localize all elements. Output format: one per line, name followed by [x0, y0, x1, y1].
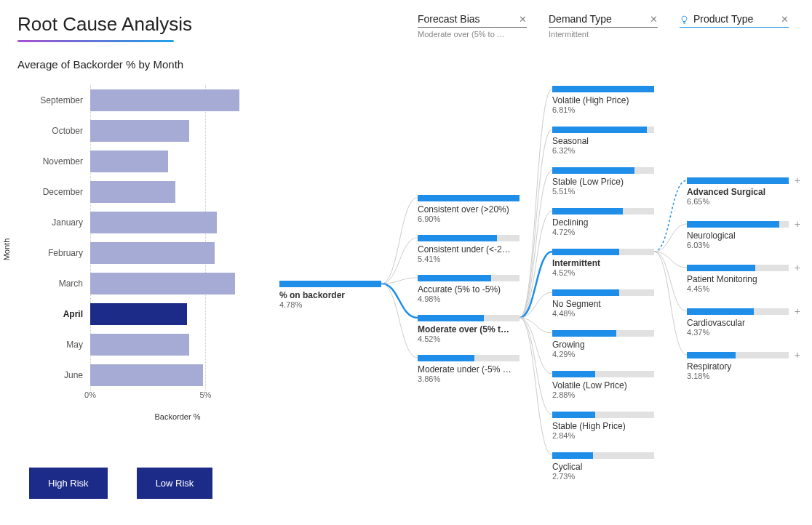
tree-node[interactable]: Advanced Surgical6.65%+: [687, 177, 789, 206]
bar-row[interactable]: May: [17, 329, 265, 360]
node-label: Patient Monitoring: [687, 274, 789, 284]
close-icon[interactable]: ✕: [519, 14, 527, 25]
crumb-title: Demand Type: [549, 13, 645, 25]
node-value: 6.03%: [687, 241, 789, 249]
bar-row[interactable]: December: [17, 177, 265, 207]
chart-subtitle: Average of Backorder % by Month: [17, 58, 265, 71]
node-label: Consistent over (>20%): [418, 204, 520, 215]
page-title: Root Cause Analysis: [17, 13, 265, 36]
expand-icon[interactable]: +: [795, 262, 800, 273]
bar-row[interactable]: April: [17, 299, 265, 329]
node-value: 2.73%: [552, 472, 654, 481]
node-value: 2.88%: [552, 390, 654, 399]
bar-row[interactable]: January: [17, 207, 265, 238]
tree-node[interactable]: Moderate over (5% t…4.52%: [418, 315, 520, 343]
bar-row[interactable]: September: [17, 85, 265, 116]
crumb-demand-type[interactable]: Demand Type ✕ Intermittent: [549, 13, 658, 39]
expand-icon[interactable]: +: [795, 219, 800, 229]
expand-icon[interactable]: +: [795, 306, 800, 316]
bar-row[interactable]: November: [17, 146, 265, 177]
tree-node[interactable]: Consistent over (>20%)6.90%: [418, 195, 520, 223]
tree-node[interactable]: Cardiovascular4.37%+: [687, 308, 789, 337]
close-icon[interactable]: ✕: [781, 14, 789, 25]
tree-node[interactable]: Neurological6.03%+: [687, 221, 789, 249]
node-value: 4.45%: [687, 284, 789, 293]
y-axis-label: Month: [2, 239, 11, 261]
bar-fill: [90, 212, 217, 233]
node-label: Volatile (Low Price): [552, 380, 654, 390]
bar-chart[interactable]: Month SeptemberOctoberNovemberDecemberJa…: [17, 85, 265, 449]
crumb-value: Intermittent: [549, 30, 658, 39]
node-label: Consistent under (<-2…: [418, 244, 520, 255]
bar-row[interactable]: June: [17, 360, 265, 390]
tree-node[interactable]: Growing4.29%: [552, 330, 654, 358]
lightbulb-icon: [680, 15, 689, 24]
bar-label: September: [17, 95, 90, 105]
node-value: 2.84%: [552, 431, 654, 440]
node-value: 4.98%: [418, 294, 520, 303]
high-risk-button[interactable]: High Risk: [29, 468, 108, 499]
tree-node[interactable]: Stable (High Price)2.84%: [552, 412, 654, 440]
node-label: Accurate (5% to -5%): [418, 284, 520, 294]
node-label: Moderate over (5% t…: [418, 324, 520, 334]
node-value: 4.48%: [552, 309, 654, 318]
bar-label: April: [17, 309, 90, 319]
node-label: Neurological: [687, 231, 789, 241]
x-tick-0: 0%: [84, 390, 96, 399]
crumb-product-type[interactable]: Product Type ✕: [680, 13, 789, 28]
node-label: Seasonal: [552, 136, 654, 146]
tree-node[interactable]: No Segment4.48%: [552, 289, 654, 318]
node-label: Declining: [552, 217, 654, 228]
bar-label: May: [17, 340, 90, 350]
node-label: % on backorder: [279, 290, 381, 300]
bar-fill: [90, 273, 235, 294]
tree-node[interactable]: Cyclical2.73%: [552, 452, 654, 481]
node-label: Stable (High Price): [552, 421, 654, 431]
crumb-forecast-bias[interactable]: Forecast Bias ✕ Moderate over (5% to …: [418, 13, 527, 39]
bar-fill: [90, 181, 175, 203]
node-label: Stable (Low Price): [552, 177, 654, 187]
low-risk-button[interactable]: Low Risk: [137, 468, 213, 499]
tree-node[interactable]: Stable (Low Price)5.51%: [552, 167, 654, 196]
expand-icon[interactable]: +: [795, 175, 800, 185]
tree-node[interactable]: Patient Monitoring4.45%+: [687, 265, 789, 293]
node-label: Cardiovascular: [687, 318, 789, 328]
bar-row[interactable]: March: [17, 268, 265, 299]
node-value: 4.72%: [552, 228, 654, 236]
expand-icon[interactable]: +: [795, 350, 800, 360]
decomposition-tree[interactable]: % on backorder 4.78% Consistent over (>2…: [279, 64, 795, 512]
node-value: 4.78%: [279, 300, 381, 309]
node-value: 4.52%: [418, 334, 520, 343]
tree-node[interactable]: Volatile (High Price)6.81%: [552, 86, 654, 114]
node-value: 6.65%: [687, 197, 789, 206]
bar-label: June: [17, 370, 90, 380]
tree-node[interactable]: Intermittent4.52%: [552, 249, 654, 277]
root-node[interactable]: % on backorder 4.78%: [279, 281, 381, 309]
crumb-title: Forecast Bias: [418, 13, 514, 25]
tree-node[interactable]: Seasonal6.32%: [552, 127, 654, 155]
bar-row[interactable]: October: [17, 116, 265, 146]
node-value: 3.18%: [687, 372, 789, 380]
node-label: Growing: [552, 340, 654, 350]
node-value: 6.32%: [552, 146, 654, 155]
node-value: 6.81%: [552, 105, 654, 114]
bar-fill: [90, 89, 239, 111]
tree-node[interactable]: Accurate (5% to -5%)4.98%: [418, 275, 520, 303]
tree-node[interactable]: Moderate under (-5% …3.86%: [418, 355, 520, 383]
breadcrumb: Forecast Bias ✕ Moderate over (5% to … D…: [418, 13, 789, 39]
node-label: Moderate under (-5% …: [418, 364, 520, 374]
node-value: 5.41%: [418, 255, 520, 263]
node-label: Respiratory: [687, 361, 789, 372]
tree-node[interactable]: Consistent under (<-2…5.41%: [418, 235, 520, 263]
bar-row[interactable]: February: [17, 238, 265, 268]
close-icon[interactable]: ✕: [650, 14, 658, 25]
bar-label: December: [17, 187, 90, 197]
tree-node[interactable]: Respiratory3.18%+: [687, 352, 789, 380]
bar-fill: [90, 242, 215, 264]
tree-node[interactable]: Declining4.72%: [552, 208, 654, 236]
tree-node[interactable]: Volatile (Low Price)2.88%: [552, 371, 654, 399]
bar-label: February: [17, 248, 90, 258]
crumb-value: Moderate over (5% to …: [418, 30, 527, 39]
node-value: 3.86%: [418, 374, 520, 383]
node-value: 5.51%: [552, 187, 654, 196]
